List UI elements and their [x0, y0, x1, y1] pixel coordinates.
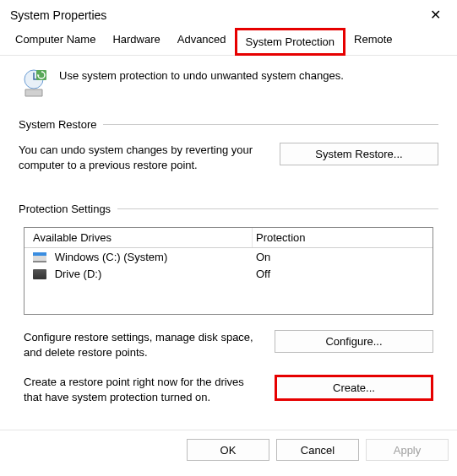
- system-restore-label: System Restore: [19, 118, 96, 131]
- apply-button: Apply: [366, 439, 449, 461]
- windows-drive-icon: [33, 252, 46, 262]
- drives-header: Available Drives Protection: [24, 228, 433, 248]
- col-protection[interactable]: Protection: [253, 231, 433, 244]
- configure-button[interactable]: Configure...: [275, 330, 433, 353]
- close-icon[interactable]: ✕: [423, 7, 447, 23]
- table-row[interactable]: Windows (C:) (System) On: [24, 248, 433, 265]
- tab-content: Use system protection to undo unwanted s…: [0, 56, 457, 428]
- hard-drive-icon: [33, 269, 46, 279]
- create-button[interactable]: Create...: [275, 375, 433, 401]
- tab-computer-name[interactable]: Computer Name: [7, 28, 104, 55]
- intro-text: Use system protection to undo unwanted s…: [59, 68, 344, 98]
- system-restore-button[interactable]: System Restore...: [280, 143, 438, 165]
- drive-name: Drive (D:): [55, 268, 102, 280]
- divider: [103, 124, 438, 125]
- cancel-button[interactable]: Cancel: [276, 439, 359, 461]
- drive-cell: Windows (C:) (System): [24, 251, 253, 263]
- drive-name: Windows (C:) (System): [55, 251, 168, 263]
- tab-strip: Computer Name Hardware Advanced System P…: [0, 28, 457, 56]
- col-available-drives[interactable]: Available Drives: [24, 228, 253, 247]
- system-restore-header: System Restore: [19, 118, 438, 131]
- intro-row: Use system protection to undo unwanted s…: [19, 68, 438, 98]
- restore-desc: You can undo system changes by reverting…: [19, 143, 264, 172]
- protection-status: Off: [253, 268, 433, 280]
- configure-row: Configure restore settings, manage disk …: [19, 330, 438, 360]
- restore-row: You can undo system changes by reverting…: [19, 143, 438, 172]
- drives-table: Available Drives Protection Windows (C:)…: [24, 227, 433, 315]
- configure-desc: Configure restore settings, manage disk …: [24, 330, 259, 360]
- drive-cell: Drive (D:): [24, 268, 253, 280]
- create-row: Create a restore point right now for the…: [19, 375, 438, 404]
- protection-settings-header: Protection Settings: [19, 203, 438, 215]
- ok-button[interactable]: OK: [187, 439, 269, 461]
- system-protection-icon: [19, 68, 49, 98]
- divider: [117, 208, 438, 209]
- tab-system-protection[interactable]: System Protection: [235, 28, 346, 56]
- tab-advanced[interactable]: Advanced: [169, 28, 235, 55]
- create-desc: Create a restore point right now for the…: [24, 375, 259, 404]
- tab-hardware[interactable]: Hardware: [104, 28, 168, 55]
- protection-settings-label: Protection Settings: [19, 203, 111, 215]
- dialog-buttons: OK Cancel Apply: [0, 430, 457, 469]
- window-title: System Properties: [10, 8, 106, 22]
- tab-remote[interactable]: Remote: [345, 28, 401, 55]
- protection-status: On: [253, 251, 433, 263]
- table-row[interactable]: Drive (D:) Off: [24, 265, 433, 282]
- titlebar: System Properties ✕: [0, 0, 457, 28]
